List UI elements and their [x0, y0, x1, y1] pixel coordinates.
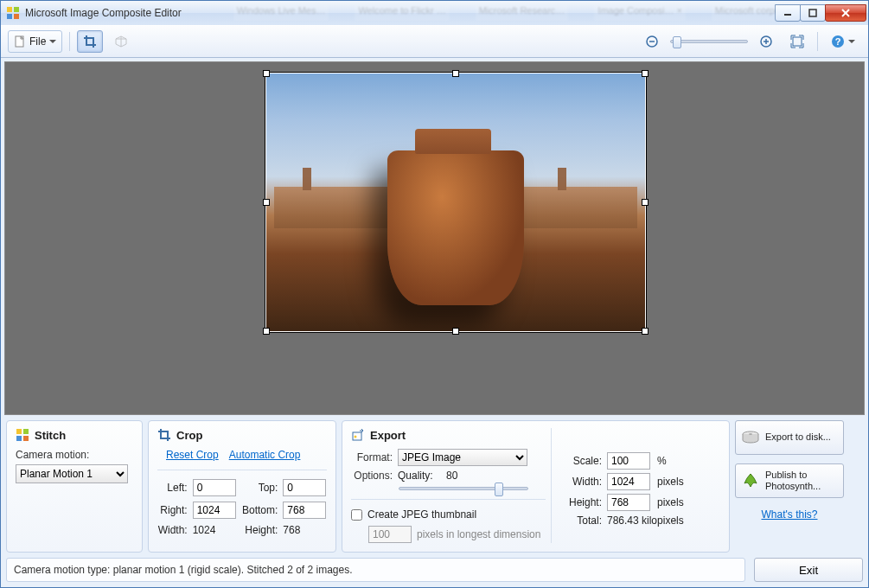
help-button[interactable]: ? — [825, 30, 861, 53]
svg-point-23 — [355, 436, 357, 438]
cube-tool-button[interactable] — [108, 30, 134, 53]
panorama-image — [266, 74, 645, 331]
thumb-pixels-suffix: pixels in longest dimension — [417, 528, 540, 540]
zoom-slider[interactable] — [670, 40, 748, 43]
export-to-disk-label: Export to disk... — [765, 431, 831, 443]
crop-tool-button[interactable] — [77, 30, 103, 53]
crop-rectangle[interactable] — [265, 73, 646, 332]
crop-top-label: Top: — [241, 482, 278, 494]
export-height-label: Height: — [560, 496, 602, 508]
crop-width-value: 1024 — [193, 524, 237, 536]
whats-this-link[interactable]: What's this? — [762, 508, 818, 521]
quality-slider[interactable] — [399, 487, 528, 490]
export-heading: Export — [370, 429, 406, 442]
automatic-crop-link[interactable]: Automatic Crop — [229, 449, 301, 461]
crop-right-input[interactable] — [193, 502, 236, 519]
reset-crop-link[interactable]: Reset Crop — [166, 449, 219, 461]
stitch-icon — [16, 428, 29, 442]
new-file-icon — [14, 35, 26, 48]
exit-button[interactable]: Exit — [754, 558, 863, 582]
svg-rect-21 — [23, 436, 29, 441]
panel-row: Stitch Camera motion: Planar Motion 1 Cr… — [1, 415, 868, 553]
svg-rect-20 — [16, 436, 22, 441]
svg-rect-22 — [353, 432, 361, 440]
publish-photosynth-button[interactable]: Publish to Photosynth... — [735, 463, 844, 498]
disk-icon — [741, 428, 760, 447]
titlebar[interactable]: Microsoft Image Composite Editor Windows… — [1, 1, 868, 25]
chevron-down-icon — [49, 40, 56, 47]
export-panel: Export Format: JPEG Image Options: Quali… — [342, 420, 730, 553]
svg-rect-19 — [23, 429, 29, 434]
svg-rect-18 — [16, 429, 22, 434]
camera-motion-select[interactable]: Planar Motion 1 — [16, 464, 128, 483]
crop-top-input[interactable] — [283, 479, 326, 496]
file-menu-button[interactable]: File — [8, 30, 62, 53]
main-toolbar: File ? — [1, 25, 868, 58]
crop-icon — [157, 428, 171, 442]
svg-rect-5 — [809, 10, 816, 16]
total-value: 786.43 kilopixels — [607, 514, 720, 527]
quality-value: 80 — [446, 470, 457, 482]
total-label: Total: — [560, 514, 602, 527]
scale-unit: % — [657, 455, 720, 467]
svg-rect-1 — [14, 7, 19, 12]
quality-slider-thumb[interactable] — [495, 483, 503, 496]
zoom-in-icon — [759, 35, 773, 48]
fit-screen-button[interactable] — [784, 30, 810, 53]
crop-left-input[interactable] — [193, 479, 236, 496]
crop-bottom-label: Bottom: — [241, 504, 278, 516]
bottom-row: Camera motion type: planar motion 1 (rig… — [1, 553, 868, 587]
crop-handle-bl[interactable] — [263, 328, 270, 335]
format-select[interactable]: JPEG Image — [398, 449, 527, 466]
export-width-input[interactable] — [607, 473, 650, 490]
app-icon — [6, 6, 20, 20]
crop-handle-tl[interactable] — [263, 70, 270, 77]
zoom-slider-thumb[interactable] — [673, 36, 681, 48]
zoom-out-button[interactable] — [639, 30, 665, 53]
svg-rect-3 — [14, 14, 19, 19]
canvas-area[interactable] — [4, 61, 865, 415]
window-title: Microsoft Image Composite Editor — [25, 7, 182, 19]
svg-rect-2 — [7, 14, 12, 19]
svg-point-25 — [749, 433, 752, 435]
create-thumbnail-input[interactable] — [351, 509, 362, 521]
scale-input[interactable] — [607, 452, 650, 470]
fit-screen-icon — [790, 35, 804, 48]
export-height-input[interactable] — [607, 494, 650, 511]
svg-rect-15 — [793, 37, 802, 46]
crop-width-label: Width: — [157, 524, 188, 536]
svg-text:?: ? — [835, 36, 841, 47]
quality-label: Quality: — [398, 470, 433, 482]
crop-right-label: Right: — [157, 504, 188, 516]
crop-handle-br[interactable] — [642, 328, 649, 335]
thumb-pixels-input — [368, 526, 412, 543]
format-label: Format: — [351, 451, 393, 463]
stitch-heading: Stitch — [35, 429, 66, 442]
background-tabs: Windows Live Mes… Welcome to Flickr … Mi… — [233, 5, 776, 21]
px-unit: pixels — [657, 476, 720, 488]
crop-handle-mr[interactable] — [642, 199, 649, 206]
crop-handle-tr[interactable] — [642, 70, 649, 77]
zoom-in-button[interactable] — [753, 30, 779, 53]
crop-icon — [83, 35, 97, 48]
crop-height-value: 768 — [283, 524, 327, 536]
publish-photosynth-label: Publish to Photosynth... — [765, 470, 838, 492]
options-label: Options: — [351, 470, 393, 482]
action-column: Export to disk... Publish to Photosynth.… — [735, 420, 844, 553]
minimize-button[interactable] — [775, 4, 801, 22]
status-bar: Camera motion type: planar motion 1 (rig… — [6, 558, 745, 582]
chevron-down-icon — [848, 40, 855, 47]
zoom-out-icon — [645, 35, 659, 48]
create-thumbnail-checkbox[interactable]: Create JPEG thumbnail — [351, 508, 546, 521]
crop-handle-bm[interactable] — [452, 328, 459, 335]
file-menu-label: File — [29, 35, 46, 48]
crop-handle-tm[interactable] — [452, 70, 459, 77]
cube-icon — [114, 35, 128, 48]
crop-bottom-input[interactable] — [283, 502, 326, 519]
crop-panel: Crop Reset Crop Automatic Crop Left: Top… — [148, 420, 336, 553]
create-thumbnail-label: Create JPEG thumbnail — [367, 508, 476, 521]
maximize-button[interactable] — [800, 4, 826, 22]
export-to-disk-button[interactable]: Export to disk... — [735, 420, 844, 455]
crop-handle-ml[interactable] — [263, 199, 270, 206]
close-button[interactable] — [825, 4, 866, 22]
